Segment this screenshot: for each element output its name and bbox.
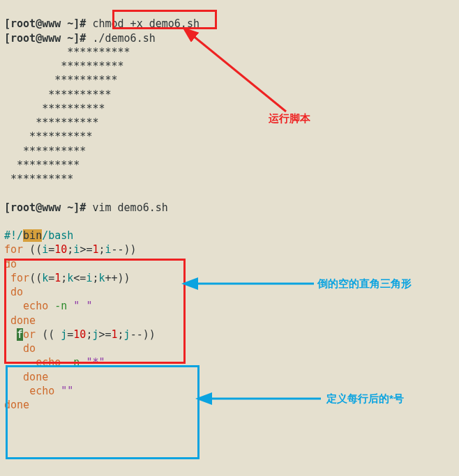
output-line: ********** (4, 130, 92, 143)
prompt: [root@www ~]# (4, 17, 86, 30)
output-line: ********** (4, 60, 124, 72)
shebang: #!/bin/bash (4, 229, 73, 242)
output-line: ********** (4, 116, 98, 129)
code-line-6: done (4, 314, 36, 327)
code-line-8: do (4, 342, 36, 355)
cmd-run: ./demo6.sh (92, 32, 155, 45)
terminal-output: [root@www ~]# chmod +x demo6.sh [root@ww… (0, 0, 459, 415)
annotation-define-stars: 定义每行后的*号 (326, 392, 404, 406)
cmd-chmod: chmod +x demo6.sh (92, 17, 200, 30)
output-line: ********** (4, 159, 80, 171)
code-line-12: done (4, 399, 29, 411)
code-line-3: for((k=1;k<=i;k++)) (4, 272, 130, 284)
output-line: ********** (4, 89, 112, 101)
code-line-7: for (( j=10;j>=1;j--)) (4, 328, 156, 341)
code-line-11: echo "" (4, 385, 73, 397)
annotation-run-script: 运行脚本 (269, 112, 310, 125)
code-line-5: echo -n " " (4, 300, 92, 312)
code-line-2: do (4, 258, 17, 270)
output-line: ********** (4, 74, 118, 86)
output-line: ********** (4, 102, 105, 115)
output-line: ********** (4, 173, 73, 185)
output-line: ********** (4, 145, 86, 158)
prompt: [root@www ~]# (4, 201, 86, 214)
code-line-1: for ((i=10;i>=1;i--)) (4, 243, 137, 256)
code-line-10: done (4, 371, 48, 383)
code-line-9: echo -n "*" (4, 356, 105, 369)
prompt: [root@www ~]# (4, 32, 86, 45)
output-line: ********** (4, 46, 130, 59)
code-line-4: do (4, 286, 23, 298)
annotation-inverted-triangle: 倒的空的直角三角形 (317, 277, 412, 291)
cmd-vim: vim demo6.sh (92, 201, 167, 214)
